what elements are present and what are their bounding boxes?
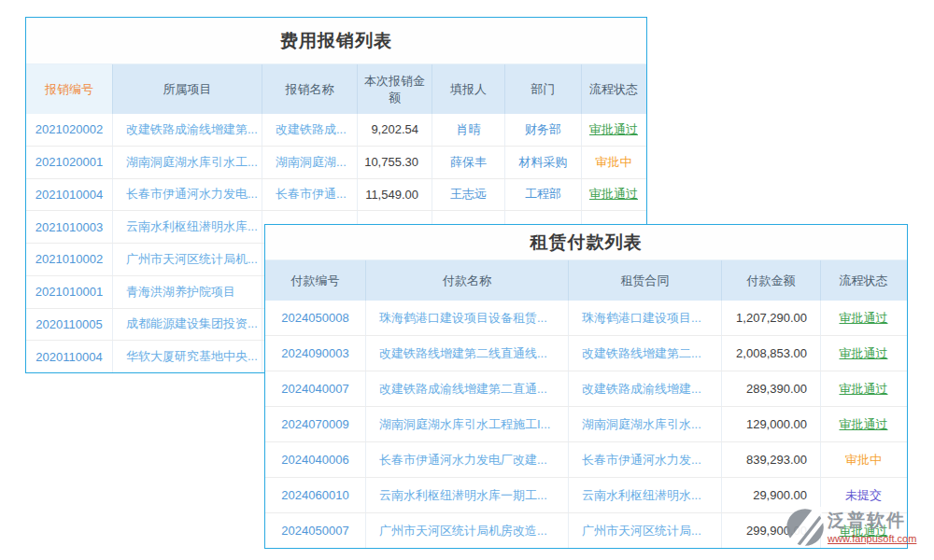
payment_table-cell-amount: 1,207,290.00	[722, 301, 821, 335]
expense_table-cell-amount: 9,202.54	[358, 114, 432, 146]
payment_table-cell-id[interactable]: 2024040006	[265, 442, 366, 477]
lease-payment-table: 租赁付款列表 付款编号付款名称租赁合同付款金额流程状态 2024050008珠海…	[264, 224, 908, 549]
payment_table-cell-status[interactable]: 审批通过	[821, 371, 906, 406]
expense_table-cell-id[interactable]: 2020110005	[26, 309, 113, 341]
expense_table-cell-id[interactable]: 2021010004	[26, 179, 113, 211]
expense_table-cell-dept[interactable]: 工程部	[505, 179, 582, 211]
expense_table-cell-id[interactable]: 2021010003	[26, 211, 113, 243]
expense_table-cell-amount: 11,549.00	[358, 179, 432, 211]
expense_table-cell-id[interactable]: 2021010002	[26, 244, 113, 275]
expense_table-cell-project[interactable]: 青海洪湖养护院项目	[113, 276, 262, 308]
payment_table-cell-contract[interactable]: 湖南洞庭湖水库引水...	[569, 407, 722, 441]
expense-table-title: 费用报销列表	[26, 18, 646, 64]
payment_table-header-contract[interactable]: 租赁合同	[569, 260, 722, 301]
payment_table-cell-amount: 289,390.00	[722, 371, 821, 406]
payment_table-row-1: 2024090003改建铁路线增建第二线直通线...改建铁路线增建第二...2,…	[265, 336, 907, 371]
expense_table-cell-dept[interactable]: 财务部	[505, 114, 582, 146]
expense_table-cell-id[interactable]: 2020110004	[26, 341, 113, 372]
payment_table-cell-amount: 839,293.00	[722, 442, 821, 477]
payment_table-cell-name[interactable]: 改建铁路线增建第二线直通线...	[366, 336, 569, 371]
payment_table-cell-contract[interactable]: 珠海鹤港口建设项目...	[569, 301, 722, 335]
payment_table-row-6: 2024050007广州市天河区统计局机房改造...广州市天河区统计局...29…	[265, 513, 907, 548]
payment_table-cell-contract[interactable]: 广州市天河区统计局...	[569, 513, 722, 548]
payment_table-cell-status[interactable]: 未提交	[821, 478, 906, 512]
expense_table-cell-id[interactable]: 2021020002	[26, 114, 113, 146]
expense_table-row-1: 2021020001湖南洞庭湖水库引水工...湖南洞庭湖...10,755.30…	[26, 147, 646, 179]
expense_table-cell-id[interactable]: 2021020001	[26, 147, 113, 178]
expense_table-cell-project[interactable]: 广州市天河区统计局机...	[113, 244, 262, 275]
payment_table-cell-status[interactable]: 审批通过	[821, 301, 906, 335]
expense_table-header-amount[interactable]: 本次报销金额	[358, 64, 432, 114]
expense_table-header-project[interactable]: 所属项目	[113, 64, 262, 114]
payment_table-cell-status[interactable]: 审批通过	[821, 407, 906, 441]
payment_table-cell-id[interactable]: 2024070009	[265, 407, 366, 441]
payment_table-header-id[interactable]: 付款编号	[265, 260, 366, 301]
expense_table-cell-project[interactable]: 湖南洞庭湖水库引水工...	[113, 147, 262, 178]
payment_table-cell-name[interactable]: 长春市伊通河水力发电厂改建...	[366, 442, 569, 477]
payment_table-cell-name[interactable]: 湖南洞庭湖水库引水工程施工I...	[366, 407, 569, 441]
payment_table-cell-id[interactable]: 2024050007	[265, 513, 366, 548]
expense_table-header-id[interactable]: 报销编号	[26, 64, 113, 114]
expense_table-cell-filler[interactable]: 王志远	[432, 179, 505, 211]
payment_table-cell-id[interactable]: 2024040007	[265, 371, 366, 406]
payment_table-cell-contract[interactable]: 长春市伊通河水力发...	[569, 442, 722, 477]
payment_table-row-5: 2024060010云南水利枢纽潜明水库一期工...云南水利枢纽潜明水...29…	[265, 478, 907, 513]
expense_table-header-name[interactable]: 报销名称	[262, 64, 358, 114]
expense_table-cell-filler[interactable]: 薛保丰	[432, 147, 505, 178]
expense_table-cell-status[interactable]: 审批中	[582, 147, 645, 178]
payment_table-cell-amount: 129,000.00	[722, 407, 821, 441]
payment_table-header-amount[interactable]: 付款金额	[722, 260, 821, 301]
payment_table-cell-amount: 2,008,853.00	[722, 336, 821, 371]
payment_table-cell-status[interactable]: 审批中	[821, 442, 906, 477]
expense_table-cell-project[interactable]: 改建铁路成渝线增建第...	[113, 114, 262, 146]
payment_table-cell-contract[interactable]: 改建铁路成渝线增建...	[569, 371, 722, 406]
expense_table-cell-project[interactable]: 华软大厦研究基地中央...	[113, 341, 262, 372]
expense_table-cell-name[interactable]: 改建铁路成...	[262, 114, 358, 146]
expense_table-header-dept[interactable]: 部门	[505, 64, 582, 114]
payment-table-title: 租赁付款列表	[265, 225, 907, 260]
payment-table-body: 2024050008珠海鹤港口建设项目设备租赁...珠海鹤港口建设项目...1,…	[265, 301, 907, 548]
expense_table-cell-name[interactable]: 湖南洞庭湖...	[262, 147, 358, 178]
payment_table-cell-id[interactable]: 2024050008	[265, 301, 366, 335]
payment-table-header-row: 付款编号付款名称租赁合同付款金额流程状态	[265, 260, 907, 301]
expense_table-cell-status[interactable]: 审批通过	[582, 114, 645, 146]
expense_table-cell-status[interactable]: 审批通过	[582, 179, 645, 211]
payment_table-cell-name[interactable]: 珠海鹤港口建设项目设备租赁...	[366, 301, 569, 335]
expense_table-row-2: 2021010004长春市伊通河水力发电...长春市伊通...11,549.00…	[26, 179, 646, 212]
expense_table-cell-project[interactable]: 成都能源建设集团投资...	[113, 309, 262, 341]
payment_table-row-4: 2024040006长春市伊通河水力发电厂改建...长春市伊通河水力发...83…	[265, 442, 907, 478]
expense_table-row-0: 2021020002改建铁路成渝线增建第...改建铁路成...9,202.54肖…	[26, 114, 646, 147]
expense_table-cell-project[interactable]: 长春市伊通河水力发电...	[113, 179, 262, 211]
payment_table-cell-status[interactable]: 审批通过	[821, 513, 906, 548]
expense-table-header-row: 报销编号所属项目报销名称本次报销金额填报人部门流程状态	[26, 64, 646, 114]
expense_table-header-filler[interactable]: 填报人	[432, 64, 505, 114]
expense_table-cell-name[interactable]: 长春市伊通...	[262, 179, 358, 211]
payment_table-cell-amount: 299,900.00	[722, 513, 821, 548]
expense_table-cell-amount: 10,755.30	[358, 147, 432, 178]
expense_table-cell-filler[interactable]: 肖晴	[432, 114, 505, 146]
payment_table-cell-status[interactable]: 审批通过	[821, 336, 906, 371]
expense_table-cell-dept[interactable]: 材料采购	[505, 147, 582, 178]
expense_table-header-status[interactable]: 流程状态	[582, 64, 645, 114]
payment_table-row-0: 2024050008珠海鹤港口建设项目设备租赁...珠海鹤港口建设项目...1,…	[265, 301, 907, 336]
payment_table-cell-amount: 29,900.00	[722, 478, 821, 512]
payment_table-cell-id[interactable]: 2024090003	[265, 336, 366, 371]
payment_table-cell-id[interactable]: 2024060010	[265, 478, 366, 512]
payment_table-row-3: 2024070009湖南洞庭湖水库引水工程施工I...湖南洞庭湖水库引水...1…	[265, 407, 907, 442]
expense_table-cell-project[interactable]: 云南水利枢纽潜明水库...	[113, 211, 262, 243]
payment_table-cell-contract[interactable]: 云南水利枢纽潜明水...	[569, 478, 722, 512]
payment_table-row-2: 2024040007改建铁路成渝线增建第二直通...改建铁路成渝线增建...28…	[265, 371, 907, 407]
payment_table-cell-name[interactable]: 云南水利枢纽潜明水库一期工...	[366, 478, 569, 512]
payment_table-cell-contract[interactable]: 改建铁路线增建第二...	[569, 336, 722, 371]
payment_table-cell-name[interactable]: 广州市天河区统计局机房改造...	[366, 513, 569, 548]
payment_table-cell-name[interactable]: 改建铁路成渝线增建第二直通...	[366, 371, 569, 406]
payment_table-header-status[interactable]: 流程状态	[821, 260, 906, 301]
payment_table-header-name[interactable]: 付款名称	[366, 260, 569, 301]
expense_table-cell-id[interactable]: 2021010001	[26, 276, 113, 308]
